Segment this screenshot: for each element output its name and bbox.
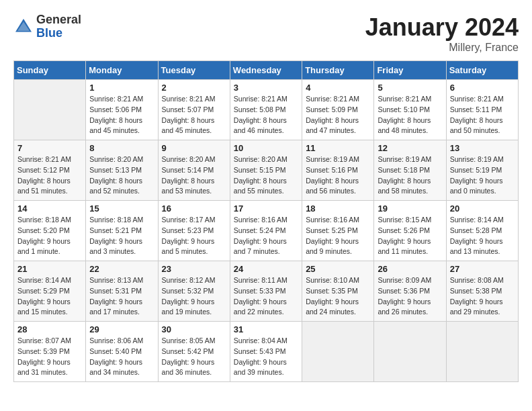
logo-text: General Blue (36, 13, 81, 40)
calendar-cell (14, 80, 86, 140)
day-number: 17 (234, 203, 298, 214)
calendar-cell: 17Sunrise: 8:16 AMSunset: 5:24 PMDayligh… (230, 201, 302, 261)
day-detail: Sunrise: 8:21 AMSunset: 5:12 PMDaylight:… (17, 154, 82, 197)
week-row-3: 14Sunrise: 8:18 AMSunset: 5:20 PMDayligh… (14, 201, 519, 261)
day-detail: Sunrise: 8:04 AMSunset: 5:43 PMDaylight:… (234, 336, 298, 378)
day-detail: Sunrise: 8:21 AMSunset: 5:09 PMDaylight:… (306, 94, 370, 136)
calendar-cell: 25Sunrise: 8:10 AMSunset: 5:35 PMDayligh… (302, 261, 374, 322)
calendar-cell: 31Sunrise: 8:04 AMSunset: 5:43 PMDayligh… (230, 322, 302, 382)
day-number: 24 (234, 264, 298, 274)
day-number: 1 (89, 83, 154, 93)
day-detail: Sunrise: 8:20 AMSunset: 5:14 PMDaylight:… (162, 154, 226, 197)
location: Millery, France (365, 42, 519, 54)
calendar-cell: 9Sunrise: 8:20 AMSunset: 5:14 PMDaylight… (158, 140, 230, 201)
calendar-cell: 24Sunrise: 8:11 AMSunset: 5:33 PMDayligh… (230, 261, 302, 322)
day-number: 23 (162, 264, 226, 274)
day-detail: Sunrise: 8:16 AMSunset: 5:25 PMDaylight:… (306, 215, 370, 257)
calendar-table: SundayMondayTuesdayWednesdayThursdayFrid… (13, 60, 519, 382)
calendar-cell: 30Sunrise: 8:05 AMSunset: 5:42 PMDayligh… (158, 322, 230, 382)
calendar-cell: 21Sunrise: 8:14 AMSunset: 5:29 PMDayligh… (14, 261, 86, 322)
calendar-cell: 7Sunrise: 8:21 AMSunset: 5:12 PMDaylight… (14, 140, 86, 201)
day-detail: Sunrise: 8:21 AMSunset: 5:08 PMDaylight:… (234, 94, 298, 136)
calendar-cell: 29Sunrise: 8:06 AMSunset: 5:40 PMDayligh… (86, 322, 158, 382)
day-detail: Sunrise: 8:05 AMSunset: 5:42 PMDaylight:… (162, 336, 226, 378)
day-number: 26 (378, 264, 442, 274)
col-header-wednesday: Wednesday (230, 61, 302, 80)
week-row-2: 7Sunrise: 8:21 AMSunset: 5:12 PMDaylight… (14, 140, 519, 201)
calendar-cell: 26Sunrise: 8:09 AMSunset: 5:36 PMDayligh… (374, 261, 446, 322)
title-block: January 2024 Millery, France (365, 13, 519, 54)
day-number: 19 (378, 203, 442, 214)
day-number: 5 (378, 83, 442, 93)
day-number: 9 (162, 143, 226, 153)
week-row-4: 21Sunrise: 8:14 AMSunset: 5:29 PMDayligh… (14, 261, 519, 322)
calendar-cell: 6Sunrise: 8:21 AMSunset: 5:11 PMDaylight… (446, 80, 518, 140)
day-number: 2 (162, 83, 226, 93)
day-number: 3 (234, 83, 298, 93)
day-detail: Sunrise: 8:20 AMSunset: 5:13 PMDaylight:… (89, 154, 154, 197)
calendar-cell (374, 322, 446, 382)
day-detail: Sunrise: 8:11 AMSunset: 5:33 PMDaylight:… (234, 275, 298, 318)
calendar-cell: 23Sunrise: 8:12 AMSunset: 5:32 PMDayligh… (158, 261, 230, 322)
day-number: 22 (89, 264, 154, 274)
col-header-thursday: Thursday (302, 61, 374, 80)
calendar-cell: 19Sunrise: 8:15 AMSunset: 5:26 PMDayligh… (374, 201, 446, 261)
day-detail: Sunrise: 8:07 AMSunset: 5:39 PMDaylight:… (17, 336, 82, 378)
day-number: 12 (378, 143, 442, 153)
calendar-cell: 27Sunrise: 8:08 AMSunset: 5:38 PMDayligh… (446, 261, 518, 322)
day-number: 4 (306, 83, 370, 93)
day-number: 13 (450, 143, 515, 153)
day-detail: Sunrise: 8:08 AMSunset: 5:38 PMDaylight:… (450, 275, 515, 318)
calendar-cell: 14Sunrise: 8:18 AMSunset: 5:20 PMDayligh… (14, 201, 86, 261)
week-row-5: 28Sunrise: 8:07 AMSunset: 5:39 PMDayligh… (14, 322, 519, 382)
calendar-cell: 12Sunrise: 8:19 AMSunset: 5:18 PMDayligh… (374, 140, 446, 201)
calendar-cell: 28Sunrise: 8:07 AMSunset: 5:39 PMDayligh… (14, 322, 86, 382)
day-detail: Sunrise: 8:13 AMSunset: 5:31 PMDaylight:… (89, 275, 154, 318)
calendar-cell: 11Sunrise: 8:19 AMSunset: 5:16 PMDayligh… (302, 140, 374, 201)
col-header-sunday: Sunday (14, 61, 86, 80)
day-number: 28 (17, 324, 82, 334)
logo: General Blue (13, 13, 81, 40)
calendar-cell: 22Sunrise: 8:13 AMSunset: 5:31 PMDayligh… (86, 261, 158, 322)
day-number: 20 (450, 203, 515, 214)
col-header-saturday: Saturday (446, 61, 518, 80)
day-detail: Sunrise: 8:19 AMSunset: 5:18 PMDaylight:… (378, 154, 442, 197)
calendar-cell: 8Sunrise: 8:20 AMSunset: 5:13 PMDaylight… (86, 140, 158, 201)
day-number: 16 (162, 203, 226, 214)
calendar-cell: 3Sunrise: 8:21 AMSunset: 5:08 PMDaylight… (230, 80, 302, 140)
day-detail: Sunrise: 8:20 AMSunset: 5:15 PMDaylight:… (234, 154, 298, 197)
calendar-cell: 1Sunrise: 8:21 AMSunset: 5:06 PMDaylight… (86, 80, 158, 140)
logo-icon (13, 17, 34, 37)
day-detail: Sunrise: 8:19 AMSunset: 5:19 PMDaylight:… (450, 154, 515, 197)
day-detail: Sunrise: 8:09 AMSunset: 5:36 PMDaylight:… (378, 275, 442, 318)
calendar-cell: 18Sunrise: 8:16 AMSunset: 5:25 PMDayligh… (302, 201, 374, 261)
day-detail: Sunrise: 8:19 AMSunset: 5:16 PMDaylight:… (306, 154, 370, 197)
calendar-cell (302, 322, 374, 382)
day-number: 6 (450, 83, 515, 93)
logo-general: General (36, 13, 81, 27)
day-detail: Sunrise: 8:12 AMSunset: 5:32 PMDaylight:… (162, 275, 226, 318)
calendar-cell: 16Sunrise: 8:17 AMSunset: 5:23 PMDayligh… (158, 201, 230, 261)
day-detail: Sunrise: 8:06 AMSunset: 5:40 PMDaylight:… (89, 336, 154, 378)
day-detail: Sunrise: 8:21 AMSunset: 5:07 PMDaylight:… (162, 94, 226, 136)
day-number: 10 (234, 143, 298, 153)
day-detail: Sunrise: 8:18 AMSunset: 5:21 PMDaylight:… (89, 215, 154, 257)
day-detail: Sunrise: 8:14 AMSunset: 5:28 PMDaylight:… (450, 215, 515, 257)
day-number: 7 (17, 143, 82, 153)
col-header-monday: Monday (86, 61, 158, 80)
day-number: 21 (17, 264, 82, 274)
day-number: 14 (17, 203, 82, 214)
day-number: 11 (306, 143, 370, 153)
calendar-cell: 10Sunrise: 8:20 AMSunset: 5:15 PMDayligh… (230, 140, 302, 201)
day-detail: Sunrise: 8:21 AMSunset: 5:06 PMDaylight:… (89, 94, 154, 136)
day-detail: Sunrise: 8:21 AMSunset: 5:10 PMDaylight:… (378, 94, 442, 136)
day-detail: Sunrise: 8:14 AMSunset: 5:29 PMDaylight:… (17, 275, 82, 318)
week-row-1: 1Sunrise: 8:21 AMSunset: 5:06 PMDaylight… (14, 80, 519, 140)
month-title: January 2024 (365, 13, 519, 42)
day-detail: Sunrise: 8:15 AMSunset: 5:26 PMDaylight:… (378, 215, 442, 257)
day-detail: Sunrise: 8:18 AMSunset: 5:20 PMDaylight:… (17, 215, 82, 257)
day-number: 25 (306, 264, 370, 274)
col-header-tuesday: Tuesday (158, 61, 230, 80)
day-number: 30 (162, 324, 226, 334)
page-header: General Blue January 2024 Millery, Franc… (13, 13, 519, 54)
